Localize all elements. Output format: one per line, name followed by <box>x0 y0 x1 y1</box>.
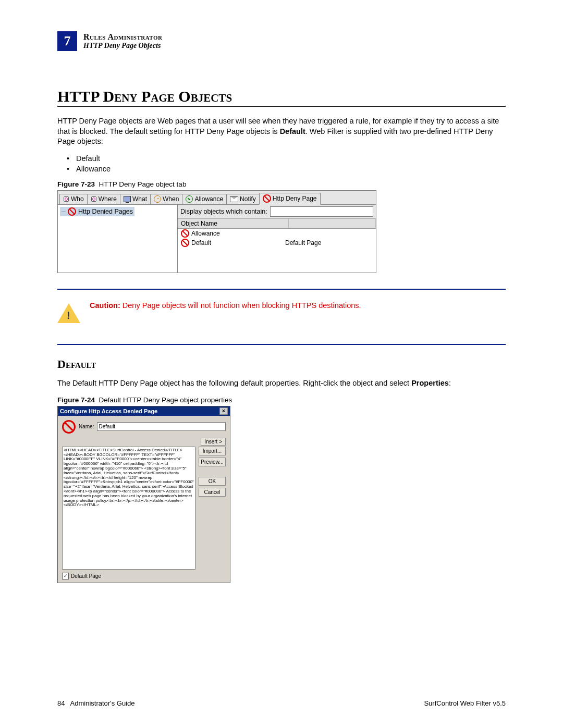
tab-where-label: Where <box>99 195 117 203</box>
column-object-name[interactable]: Object Name <box>178 219 289 228</box>
tab-notify-label: Notify <box>240 195 256 203</box>
html-content-textarea[interactable]: <HTML><HEAD><TITLE>SurfControl - Access … <box>62 447 195 570</box>
footer-left: Administrator's Guide <box>70 699 135 707</box>
name-input[interactable] <box>97 422 226 431</box>
tab-allowance[interactable]: Allowance <box>182 194 227 204</box>
tree-pane: ┈ Http Denied Pages <box>58 205 178 273</box>
default-paragraph: The Default HTTP Deny Page object has th… <box>57 378 506 389</box>
row-name: Default <box>191 239 211 246</box>
tab-screenshot: Who Where What When Allowance Notify Htt… <box>57 190 376 273</box>
clock-icon <box>154 195 161 203</box>
chapter-badge: 7 <box>57 31 77 51</box>
tab-allowance-label: Allowance <box>194 195 223 203</box>
section-default-heading: Default <box>57 357 506 371</box>
insert-button[interactable]: Insert > <box>201 438 226 446</box>
properties-dialog: Configure Http Access Denied Page × Name… <box>57 406 230 583</box>
magnifier-icon <box>91 196 97 202</box>
row-desc: Default Page <box>285 239 373 246</box>
cancel-button[interactable]: Cancel <box>199 488 226 497</box>
tab-what[interactable]: What <box>120 194 151 204</box>
import-button[interactable]: Import... <box>199 447 226 455</box>
mail-icon <box>230 196 238 202</box>
figure-24-label: Figure 7-24 <box>57 396 95 404</box>
list-pane: Display objects which contain: Object Na… <box>178 205 376 273</box>
column-description[interactable] <box>289 219 376 228</box>
filter-label: Display objects which contain: <box>180 208 267 215</box>
tree-root-label: Http Denied Pages <box>78 208 133 215</box>
filter-input[interactable] <box>270 206 373 217</box>
header-line1: Rules Administrator <box>83 32 162 42</box>
predefined-list: Default Allowance <box>67 154 506 173</box>
tab-who[interactable]: Who <box>59 194 88 204</box>
monitor-icon <box>124 196 131 202</box>
deny-icon <box>62 420 76 434</box>
tab-notify[interactable]: Notify <box>226 194 260 204</box>
deny-icon <box>181 229 189 238</box>
page-number: 84 <box>57 699 65 707</box>
magnifier-icon <box>63 196 69 202</box>
tree-root-node[interactable]: ┈ Http Denied Pages <box>60 207 134 216</box>
tab-where[interactable]: Where <box>87 194 120 204</box>
table-row[interactable]: Default Default Page <box>178 238 376 248</box>
page-footer: 84 Administrator's Guide SurfControl Web… <box>57 699 506 707</box>
deny-icon <box>181 239 189 247</box>
tab-http-deny-page[interactable]: Http Deny Page <box>259 193 321 205</box>
tab-what-label: What <box>132 195 147 203</box>
caution-label: Caution: <box>90 301 120 310</box>
default-page-checkbox-label: Default Page <box>71 573 101 579</box>
tab-http-deny-page-label: Http Deny Page <box>273 195 317 202</box>
default-bold: Properties <box>411 379 449 387</box>
dialog-titlebar: Configure Http Access Denied Page × <box>58 406 230 416</box>
figure-23-caption: Figure 7-23 HTTP Deny Page object tab <box>57 180 506 188</box>
running-header: 7 Rules Administrator HTTP Deny Page Obj… <box>57 31 506 51</box>
footer-right: SurfControl Web Filter v5.5 <box>424 699 506 707</box>
page-title: HTTP Deny Page Objects <box>57 88 506 107</box>
table-row[interactable]: Allowance <box>178 229 376 238</box>
intro-bold: Default <box>280 127 305 135</box>
default-text-after: : <box>449 379 451 387</box>
allowance-icon <box>186 195 193 203</box>
deny-icon <box>68 207 76 216</box>
figure-24-text: Default HTTP Deny Page object properties <box>99 396 232 404</box>
ok-button[interactable]: OK <box>199 477 226 486</box>
figure-23-label: Figure 7-23 <box>57 180 95 188</box>
header-line2: HTTP Deny Page Objects <box>83 42 162 50</box>
preview-button[interactable]: Preview... <box>199 458 226 466</box>
caution-icon <box>57 303 80 323</box>
figure-23-text: HTTP Deny Page object tab <box>99 180 187 188</box>
deny-icon <box>263 194 271 203</box>
close-icon[interactable]: × <box>219 408 228 415</box>
caution-text: Deny Page objects will not function when… <box>123 301 361 310</box>
row-name: Allowance <box>191 230 220 237</box>
list-item: Default <box>67 154 506 163</box>
tab-when-label: When <box>163 195 179 203</box>
figure-24-caption: Figure 7-24 Default HTTP Deny Page objec… <box>57 396 506 404</box>
dialog-title: Configure Http Access Denied Page <box>60 408 157 414</box>
caution-box: Caution: Deny Page objects will not func… <box>57 289 506 345</box>
default-page-checkbox[interactable]: ✓ <box>62 573 69 579</box>
tab-bar: Who Where What When Allowance Notify Htt… <box>58 191 376 205</box>
intro-paragraph: HTTP Deny Page objects are Web pages tha… <box>57 116 506 147</box>
tab-who-label: Who <box>71 195 84 203</box>
list-item: Allowance <box>67 165 506 173</box>
tab-when[interactable]: When <box>150 194 182 204</box>
default-text-before: The Default HTTP Deny Page object has th… <box>57 379 411 387</box>
name-label: Name: <box>79 424 94 429</box>
